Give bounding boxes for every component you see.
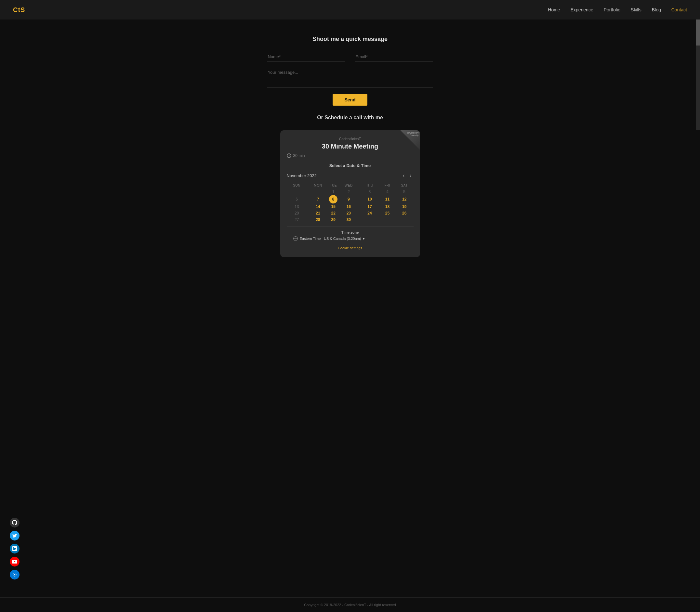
calendar-day[interactable]: 28	[307, 217, 329, 223]
message-input[interactable]	[267, 68, 433, 87]
name-field-wrapper	[267, 52, 345, 61]
day-header-sun: SUN	[287, 182, 307, 189]
nav-links: Home Experience Portfolio Skills Blog Co…	[548, 7, 687, 13]
calendly-widget: powered byCalendly CodenificienT 30 Minu…	[280, 130, 420, 257]
calendar-day: 6	[287, 195, 307, 204]
scrollbar-thumb[interactable]	[696, 19, 700, 45]
calendar-day[interactable]: 17	[360, 204, 380, 210]
timezone-label: Time zone	[293, 231, 407, 234]
twitter-icon	[12, 533, 17, 538]
calendar-day: 20	[287, 210, 307, 217]
scrollbar[interactable]	[696, 19, 700, 130]
social-twitter-link[interactable]	[10, 531, 19, 541]
calendar-day: 5	[395, 189, 414, 195]
month-nav-arrows: ‹ ›	[401, 172, 414, 179]
calendar-day	[395, 217, 414, 223]
calendar-header-title: Select a Date & Time	[287, 163, 414, 168]
calendar-day[interactable]: 18	[380, 204, 395, 210]
location-icon	[12, 572, 17, 577]
navbar: CtS Home Experience Portfolio Skills Blo…	[0, 0, 700, 19]
calendar-day[interactable]: 29	[329, 217, 338, 223]
calendar-week-row: 12345	[287, 189, 414, 195]
clock-icon	[287, 153, 291, 158]
contact-section: Shoot me a quick message Send Or Schedul…	[210, 36, 490, 257]
footer-text: Copyright © 2019-2022 - CodenificienT - …	[304, 603, 396, 607]
month-year-label: November 2022	[287, 173, 317, 178]
calendar-day[interactable]: 11	[380, 195, 395, 204]
calendar-day[interactable]: 25	[380, 210, 395, 217]
message-field-wrapper	[267, 68, 433, 87]
nav-home[interactable]: Home	[548, 7, 560, 12]
social-other-link[interactable]	[10, 570, 19, 580]
calendar-week-row: 13141516171819	[287, 204, 414, 210]
calendar-day	[360, 217, 380, 223]
timezone-section: Time zone Eastern Time - US & Canada (3:…	[287, 226, 414, 241]
day-header-mon: MON	[307, 182, 329, 189]
nav-logo[interactable]: CtS	[13, 6, 25, 14]
timezone-text: Eastern Time - US & Canada (3:20am)	[300, 237, 361, 240]
calendar-day[interactable]: 7	[307, 195, 329, 204]
day-header-tue: TUE	[329, 182, 338, 189]
github-icon	[12, 520, 17, 525]
calendar-day[interactable]: 23	[338, 210, 360, 217]
globe-icon	[293, 236, 298, 241]
day-header-fri: FRI	[380, 182, 395, 189]
calendar-day[interactable]: 24	[360, 210, 380, 217]
calendar-day	[287, 189, 307, 195]
nav-contact[interactable]: Contact	[671, 7, 687, 12]
calendar-grid: SUN MON TUE WED THU FRI SAT 123456789101…	[287, 182, 414, 223]
widget-left-panel: CodenificienT 30 Minute Meeting 30 min	[280, 130, 420, 158]
calendar-day[interactable]: 21	[307, 210, 329, 217]
widget-duration: 30 min	[287, 153, 414, 158]
day-header-sat: SAT	[395, 182, 414, 189]
email-field-wrapper	[355, 52, 433, 61]
linkedin-icon	[12, 546, 17, 551]
calendar-week-row: 20212223242526	[287, 210, 414, 217]
calendar-week-row: 6789101112	[287, 195, 414, 204]
calendar-week-row: 27282930	[287, 217, 414, 223]
calendar-day[interactable]: 14	[307, 204, 329, 210]
nav-experience[interactable]: Experience	[571, 7, 593, 12]
social-github-link[interactable]	[10, 518, 19, 528]
month-nav: November 2022 ‹ ›	[287, 172, 414, 179]
calendar-day[interactable]: 30	[338, 217, 360, 223]
calendar-panel: Select a Date & Time November 2022 ‹ › S…	[280, 158, 420, 251]
social-youtube-link[interactable]	[10, 557, 19, 567]
next-month-button[interactable]: ›	[408, 172, 413, 179]
svg-point-0	[14, 574, 16, 575]
calendar-day[interactable]: 19	[395, 204, 414, 210]
name-input[interactable]	[267, 52, 345, 61]
calendly-badge-text: powered byCalendly	[407, 131, 418, 137]
prev-month-button[interactable]: ‹	[401, 172, 407, 179]
nav-portfolio[interactable]: Portfolio	[604, 7, 620, 12]
email-input[interactable]	[355, 52, 433, 61]
youtube-icon	[12, 560, 17, 564]
social-sidebar	[10, 518, 19, 580]
calendar-day[interactable]: 22	[329, 210, 338, 217]
duration-text: 30 min	[293, 153, 305, 158]
timezone-selector[interactable]: Eastern Time - US & Canada (3:20am) ▾	[293, 236, 407, 241]
send-button[interactable]: Send	[333, 94, 367, 106]
cookie-settings-link[interactable]: Cookie settings	[338, 246, 362, 250]
calendar-day[interactable]: 15	[329, 204, 338, 210]
calendar-day[interactable]: 16	[338, 204, 360, 210]
schedule-label: Or Schedule a call with me	[210, 115, 490, 121]
calendar-day[interactable]: 26	[395, 210, 414, 217]
calendar-day: 1	[329, 189, 338, 195]
calendar-day	[380, 217, 395, 223]
social-linkedin-link[interactable]	[10, 544, 19, 554]
main-content: Shoot me a quick message Send Or Schedul…	[204, 19, 496, 283]
widget-meeting-title: 30 Minute Meeting	[287, 143, 414, 150]
calendar-day[interactable]: 12	[395, 195, 414, 204]
nav-skills[interactable]: Skills	[631, 7, 642, 12]
contact-title: Shoot me a quick message	[210, 36, 490, 43]
calendar-day[interactable]: 8	[329, 195, 338, 204]
calendar-day[interactable]: 9	[338, 195, 360, 204]
footer: Copyright © 2019-2022 - CodenificienT - …	[0, 597, 700, 612]
day-header-wed: WED	[338, 182, 360, 189]
calendar-day: 3	[360, 189, 380, 195]
calendar-day: 27	[287, 217, 307, 223]
nav-blog[interactable]: Blog	[652, 7, 661, 12]
calendar-day[interactable]: 10	[360, 195, 380, 204]
cookie-settings-section: Cookie settings	[287, 241, 414, 251]
